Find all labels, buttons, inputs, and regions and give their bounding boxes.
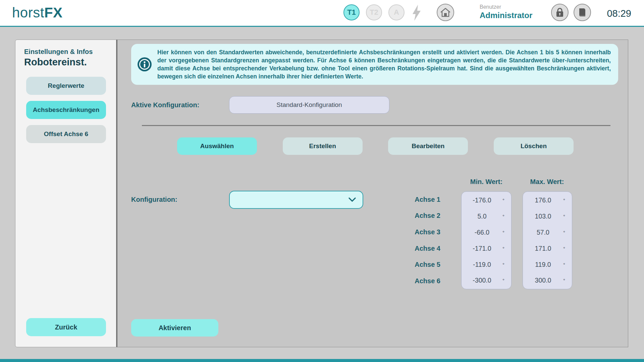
clock: 08:29 — [607, 8, 631, 19]
active-config-label: Aktive Konfiguration: — [131, 101, 199, 109]
settings-sidebar: Einstellungen & Infos Robotereinst. Regl… — [15, 40, 116, 347]
home-icon — [440, 7, 451, 17]
min-value: -300.0 — [462, 277, 502, 284]
max-value: 176.0 — [523, 196, 563, 204]
top-bar: horstFX T1 T2 A Benutzer Administrator — [0, 0, 644, 27]
sidebar-subtitle: Einstellungen & Infos — [24, 48, 93, 56]
max-value-row: 119.0° — [523, 256, 572, 273]
axis-label-column: Achse 1 Achse 2 Achse 3 Achse 4 Achse 5 … — [400, 191, 440, 289]
book-icon — [578, 7, 587, 17]
info-text: Hier können von den Standardwerten abwei… — [157, 48, 611, 80]
active-config-value: Standard-Konfiguration — [229, 96, 389, 114]
max-value-row: 300.0° — [523, 273, 572, 289]
degree-unit: ° — [502, 278, 511, 283]
min-value-row: -66.0° — [462, 225, 511, 241]
axis-label: Achse 1 — [400, 191, 440, 208]
mode-t2-button[interactable]: T2 — [366, 4, 382, 20]
manual-button[interactable] — [574, 4, 591, 21]
min-value: 5.0 — [462, 213, 502, 220]
degree-unit: ° — [563, 246, 572, 251]
user-info: Benutzer Administrator — [480, 4, 532, 20]
user-role-label: Benutzer — [480, 4, 532, 10]
min-value: -171.0 — [462, 245, 502, 252]
degree-unit: ° — [563, 230, 572, 235]
max-value-row: 171.0° — [523, 240, 572, 256]
power-lightning-icon — [410, 4, 423, 21]
max-value-row: 176.0° — [523, 192, 572, 208]
min-value: -119.0 — [462, 261, 502, 268]
axis-label: Achse 4 — [400, 240, 440, 257]
tab-auswaehlen[interactable]: Auswählen — [177, 137, 257, 155]
axis-label: Achse 6 — [400, 273, 440, 289]
section-divider — [142, 125, 610, 126]
max-values-box: 176.0° 103.0° 57.0° 171.0° 119.0° 300.0° — [523, 191, 572, 289]
config-select-dropdown[interactable] — [229, 191, 363, 209]
axis-label: Achse 2 — [400, 208, 440, 224]
info-icon — [137, 57, 152, 72]
horstfx-logo: horstFX — [12, 5, 63, 21]
min-value-row: -300.0° — [462, 273, 511, 289]
max-value-header: Max. Wert: — [522, 178, 572, 186]
max-value-row: 103.0° — [523, 208, 572, 225]
lock-icon — [555, 8, 564, 17]
degree-unit: ° — [502, 246, 511, 251]
min-value-row: -176.0° — [462, 192, 511, 208]
activate-button[interactable]: Aktivieren — [131, 319, 218, 337]
logo-light-part: horst — [12, 5, 44, 20]
config-select-label: Konfiguration: — [131, 196, 177, 203]
max-value-row: 57.0° — [523, 225, 572, 241]
min-values-box: -176.0° 5.0° -66.0° -171.0° -119.0° -300… — [461, 191, 512, 289]
min-value: -66.0 — [462, 229, 502, 236]
degree-unit: ° — [502, 230, 511, 235]
degree-unit: ° — [563, 214, 572, 219]
main-content-panel: Hier können von den Standardwerten abwei… — [116, 40, 628, 347]
mode-t1-button[interactable]: T1 — [343, 4, 360, 20]
lock-button[interactable] — [551, 4, 569, 21]
info-banner: Hier können von den Standardwerten abwei… — [131, 44, 618, 85]
horstfx-screen: horstFX T1 T2 A Benutzer Administrator — [0, 0, 644, 362]
back-button[interactable]: Zurück — [26, 318, 106, 336]
chevron-down-icon — [348, 197, 356, 202]
sidebar-title: Robotereinst. — [24, 57, 87, 68]
user-name: Administrator — [480, 11, 532, 20]
tab-erstellen[interactable]: Erstellen — [283, 137, 363, 155]
degree-unit: ° — [502, 197, 511, 203]
axis-label: Achse 3 — [400, 224, 440, 240]
min-value-header: Min. Wert: — [461, 178, 512, 186]
max-value: 300.0 — [523, 277, 563, 284]
bottom-accent-bar — [0, 359, 644, 362]
max-value: 119.0 — [523, 261, 563, 268]
mode-auto-button[interactable]: A — [388, 4, 405, 20]
degree-unit: ° — [502, 214, 511, 219]
tab-bearbeiten[interactable]: Bearbeiten — [388, 137, 468, 155]
min-value-row: -119.0° — [462, 256, 511, 273]
home-button[interactable] — [437, 4, 454, 21]
degree-unit: ° — [563, 278, 572, 283]
max-value: 103.0 — [523, 213, 563, 220]
min-value-row: -171.0° — [462, 240, 511, 256]
min-value-row: 5.0° — [462, 208, 511, 225]
degree-unit: ° — [563, 262, 572, 267]
sidebar-item-achsbeschraenkungen[interactable]: Achsbeschränkungen — [26, 101, 106, 119]
min-value: -176.0 — [462, 196, 502, 204]
degree-unit: ° — [563, 197, 572, 203]
logo-bold-part: FX — [44, 5, 63, 20]
tab-loeschen[interactable]: Löschen — [494, 137, 574, 155]
degree-unit: ° — [502, 262, 511, 267]
sidebar-item-reglerwerte[interactable]: Reglerwerte — [26, 77, 106, 95]
max-value: 171.0 — [523, 245, 563, 252]
axis-label: Achse 5 — [400, 256, 440, 273]
sidebar-item-offset-achse-6[interactable]: Offset Achse 6 — [26, 125, 106, 143]
config-action-tabs: Auswählen Erstellen Bearbeiten Löschen — [177, 137, 574, 155]
max-value: 57.0 — [523, 229, 563, 236]
